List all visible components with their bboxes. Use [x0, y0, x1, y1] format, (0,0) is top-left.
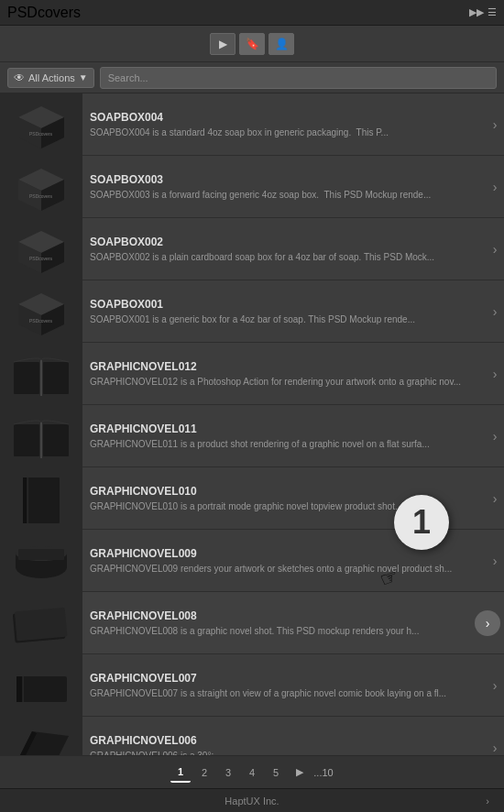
eye-icon: 👁 [14, 71, 25, 84]
item-go-arrow[interactable]: › [475, 610, 500, 636]
item-desc: SOAPBOX002 is a plain cardboard soap box… [90, 251, 478, 263]
item-thumbnail [0, 405, 82, 467]
svg-text:PSDcovers: PSDcovers [29, 193, 53, 199]
list-item[interactable]: PSDcovers SOAPBOX003 SOAPBOX003 is a for… [0, 156, 504, 218]
item-content: SOAPBOX003 SOAPBOX003 is a forward facin… [82, 168, 486, 206]
play-icon: ▶ [219, 38, 227, 50]
list-item[interactable]: GRAPHICNOVEL007 GRAPHICNOVEL007 is a str… [0, 654, 504, 717]
item-content: GRAPHICNOVEL006 GRAPHICNOVEL006 is a 30°… [82, 729, 486, 756]
item-desc: GRAPHICNOVEL006 is a 30°; [90, 750, 478, 756]
titlebar-menu-btn[interactable]: ☰ [488, 6, 497, 18]
item-chevron: › [486, 554, 504, 568]
bookmark-icon: 🔖 [246, 38, 259, 50]
item-title: GRAPHICNOVEL007 [90, 672, 478, 685]
svg-rect-32 [16, 676, 23, 702]
item-thumbnail: PSDcovers [0, 280, 82, 343]
item-chevron: › [486, 367, 504, 381]
titlebar-forward-btn[interactable]: ▶▶ [469, 6, 484, 18]
item-title: GRAPHICNOVEL011 [90, 422, 478, 435]
svg-rect-20 [43, 424, 69, 456]
app: PSDcovers ▶▶ ☰ ▶ 🔖 👤 👁 All Actions ▼ [0, 0, 504, 812]
list-item[interactable]: GRAPHICNOVEL011 GRAPHICNOVEL011 is a pro… [0, 405, 504, 467]
item-thumbnail [0, 530, 82, 592]
item-title: SOAPBOX003 [90, 173, 478, 186]
list-item[interactable]: PSDcovers SOAPBOX002 SOAPBOX002 is a pla… [0, 218, 504, 280]
item-desc: GRAPHICNOVEL012 is a Photoshop Action fo… [90, 376, 478, 388]
list-item[interactable]: PSDcovers SOAPBOX004 SOAPBOX004 is a sta… [0, 93, 504, 156]
svg-text:PSDcovers: PSDcovers [29, 256, 53, 261]
actions-dropdown[interactable]: 👁 All Actions ▼ [7, 68, 94, 88]
item-thumbnail: PSDcovers [0, 156, 82, 218]
item-thumbnail: PSDcovers [0, 218, 82, 280]
item-thumbnail [0, 592, 82, 654]
search-input[interactable] [100, 67, 497, 89]
page-button[interactable]: 2 [194, 763, 214, 783]
page-button[interactable]: 1 [170, 763, 191, 783]
item-chevron: › [486, 304, 504, 319]
item-desc: SOAPBOX003 is a forward facing generic 4… [90, 189, 478, 201]
svg-rect-22 [23, 477, 60, 523]
footer-arrow[interactable]: › [486, 796, 489, 807]
badge-number: 1 [394, 495, 449, 550]
list-item[interactable]: GRAPHICNOVEL012 GRAPHICNOVEL012 is a Pho… [0, 343, 504, 405]
page-button[interactable]: 3 [218, 763, 238, 783]
item-desc: SOAPBOX001 is a generic box for a 4oz ba… [90, 313, 478, 325]
item-title: GRAPHICNOVEL006 [90, 734, 478, 747]
svg-rect-30 [15, 608, 68, 642]
pagination: 12345▶...10 [0, 755, 504, 788]
list-item[interactable]: GRAPHICNOVEL006 GRAPHICNOVEL006 is a 30°… [0, 717, 504, 755]
item-thumbnail [0, 654, 82, 717]
app-title: PSDcovers [7, 5, 81, 21]
item-content: SOAPBOX001 SOAPBOX001 is a generic box f… [82, 292, 486, 331]
item-thumbnail [0, 467, 82, 530]
item-desc: SOAPBOX004 is a standard 4oz soap box in… [90, 126, 478, 138]
titlebar-controls: ▶▶ ☰ [469, 6, 497, 18]
person-button[interactable]: 👤 [268, 33, 294, 55]
item-chevron: › [486, 180, 504, 194]
item-content: GRAPHICNOVEL012 GRAPHICNOVEL012 is a Pho… [82, 355, 486, 393]
play-button[interactable]: ▶ [210, 33, 236, 55]
list-item[interactable]: GRAPHICNOVEL008 GRAPHICNOVEL008 is a gra… [0, 592, 504, 654]
item-thumbnail [0, 717, 82, 756]
svg-text:PSDcovers: PSDcovers [29, 318, 53, 324]
page-button[interactable]: 5 [266, 763, 286, 783]
filterbar: 👁 All Actions ▼ [0, 62, 504, 93]
item-chevron: › [486, 678, 504, 693]
item-content: SOAPBOX004 SOAPBOX004 is a standard 4oz … [82, 105, 486, 144]
item-desc: GRAPHICNOVEL008 is a graphic novel shot.… [90, 625, 467, 637]
svg-rect-28 [18, 549, 64, 560]
item-content: GRAPHICNOVEL007 GRAPHICNOVEL007 is a str… [82, 666, 486, 705]
item-desc: GRAPHICNOVEL009 renders your artwork or … [90, 563, 478, 575]
item-title: GRAPHICNOVEL008 [90, 609, 467, 622]
list-item[interactable]: PSDcovers SOAPBOX001 SOAPBOX001 is a gen… [0, 280, 504, 343]
item-chevron: › [486, 741, 504, 755]
item-title: SOAPBOX001 [90, 298, 478, 311]
badge-value: 1 [412, 503, 431, 542]
page-button[interactable]: ...10 [313, 763, 334, 783]
svg-rect-19 [14, 424, 39, 456]
item-list[interactable]: PSDcovers SOAPBOX004 SOAPBOX004 is a sta… [0, 93, 504, 755]
item-title: GRAPHICNOVEL012 [90, 360, 478, 373]
toolbar: ▶ 🔖 👤 [0, 26, 504, 62]
bookmark-button[interactable]: 🔖 [239, 33, 265, 55]
chevron-down-icon: ▼ [79, 72, 88, 82]
svg-rect-17 [43, 362, 69, 394]
svg-rect-23 [23, 477, 27, 523]
item-thumbnail: PSDcovers [0, 93, 82, 156]
item-content: GRAPHICNOVEL008 GRAPHICNOVEL008 is a gra… [82, 604, 475, 642]
item-thumbnail [0, 343, 82, 405]
footer: HaptUX Inc. › [0, 788, 504, 812]
page-button[interactable]: 4 [242, 763, 262, 783]
item-desc: GRAPHICNOVEL007 is a straight on view of… [90, 687, 478, 699]
item-chevron: › [486, 429, 504, 444]
item-content: SOAPBOX002 SOAPBOX002 is a plain cardboa… [82, 230, 486, 269]
footer-label: HaptUX Inc. [225, 796, 279, 807]
actions-dropdown-label: All Actions [28, 72, 75, 83]
svg-text:PSDcovers: PSDcovers [29, 131, 53, 137]
person-icon: 👤 [275, 38, 289, 50]
item-title: SOAPBOX002 [90, 236, 478, 248]
page-button[interactable]: ▶ [290, 763, 310, 783]
item-desc: GRAPHICNOVEL011 is a product shot render… [90, 438, 478, 450]
titlebar: PSDcovers ▶▶ ☰ [0, 0, 504, 26]
item-content: GRAPHICNOVEL011 GRAPHICNOVEL011 is a pro… [82, 417, 486, 455]
